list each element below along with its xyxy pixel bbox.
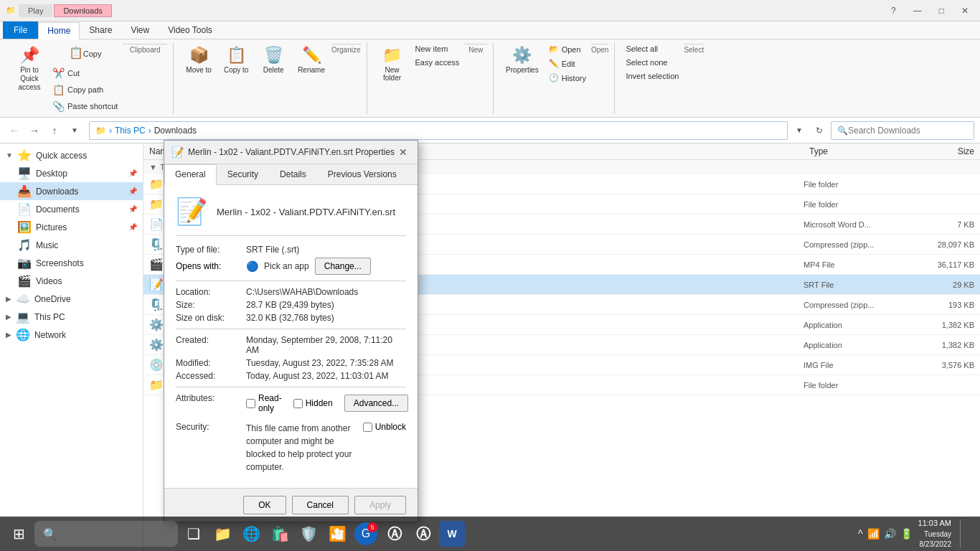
clock[interactable]: 11:03 AM Tuesday8/23/2022 <box>918 518 951 549</box>
tray-network[interactable]: 📶 <box>867 528 880 540</box>
refresh-button[interactable]: ↻ <box>811 122 828 139</box>
taskbar-word[interactable]: W <box>439 521 465 547</box>
sidebar-item-onedrive[interactable]: ▶ ☁️ OneDrive <box>0 290 143 308</box>
music-label: Music <box>36 240 58 250</box>
path-downloads[interactable]: Downloads <box>154 126 197 136</box>
sidebar-item-pictures[interactable]: 🖼️ Pictures 📌 <box>0 218 143 236</box>
sidebar-item-desktop[interactable]: 🖥️ Desktop 📌 <box>0 164 143 182</box>
taskbar-chrome-badge[interactable]: G 5 <box>353 521 379 547</box>
taskbar-mcafee[interactable]: 🛡️ <box>296 521 321 547</box>
cut-button[interactable]: ✂️ Cut <box>49 65 121 81</box>
new-folder-button[interactable]: 📁 New folder <box>374 42 410 85</box>
expand-button[interactable]: ▼ <box>791 122 808 139</box>
path-this-pc[interactable]: This PC <box>115 126 146 136</box>
move-to-button[interactable]: 📦 Move to <box>181 42 217 77</box>
readonly-checkbox[interactable] <box>246 399 255 408</box>
taskbar-right: ^ 📶 🔊 🔋 11:03 AM Tuesday8/23/2022 <box>858 518 974 549</box>
address-path[interactable]: 📁 › This PC › Downloads <box>89 121 788 140</box>
change-button[interactable]: Change... <box>315 258 371 275</box>
tab-downloads[interactable]: Downloads <box>54 4 111 17</box>
taskbar-chrome-a2[interactable]: Ⓐ <box>410 521 436 547</box>
dialog-tab-general[interactable]: General <box>164 164 217 185</box>
delete-button[interactable]: 🗑️ Delete <box>255 42 291 77</box>
up-button[interactable]: ↑ <box>46 122 63 139</box>
hidden-checkbox-label[interactable]: Hidden <box>293 398 333 408</box>
search-button[interactable]: 🔍 <box>34 521 178 547</box>
taskbar-vlc[interactable]: 🎦 <box>324 521 350 547</box>
sidebar-item-music[interactable]: 🎵 Music <box>0 236 143 254</box>
col-type-header[interactable]: Type <box>809 146 917 156</box>
start-button[interactable]: ⊞ <box>6 521 32 547</box>
taskbar-explorer[interactable]: 📁 <box>209 521 235 547</box>
tray-expand[interactable]: ^ <box>858 528 863 540</box>
open-button[interactable]: 📂 Open <box>545 42 590 56</box>
file-type-word: Microsoft Word D... <box>804 220 911 229</box>
today-expand[interactable]: ▼ <box>149 163 157 171</box>
recent-button[interactable]: ▼ <box>66 122 83 139</box>
dialog-tab-previous-versions[interactable]: Previous Versions <box>317 164 407 184</box>
sidebar-item-quick-access[interactable]: ▼ ⭐ Quick access <box>0 146 143 164</box>
documents-label: Documents <box>36 204 80 215</box>
dialog-tab-details[interactable]: Details <box>269 164 317 184</box>
paste-shortcut-button[interactable]: 📎 Paste shortcut <box>49 98 121 114</box>
edit-button[interactable]: ✏️ Edit <box>545 57 590 70</box>
invert-selection-button[interactable]: Invert selection <box>622 70 682 83</box>
taskbar-edge[interactable]: 🌐 <box>238 521 264 547</box>
rename-button[interactable]: ✏️ Rename <box>293 42 330 77</box>
minimize-button[interactable]: — <box>908 4 928 17</box>
select-all-label: Select all <box>626 44 658 53</box>
ok-button[interactable]: OK <box>243 496 286 514</box>
forward-button[interactable]: → <box>26 122 43 139</box>
sidebar-item-screenshots[interactable]: 📷 Screenshots <box>0 254 143 272</box>
ribbon-tab-video-tools[interactable]: Video Tools <box>159 22 222 39</box>
sidebar-item-network[interactable]: ▶ 🌐 Network <box>0 326 143 344</box>
ribbon-tab-home[interactable]: Home <box>38 22 80 39</box>
maximize-button[interactable]: □ <box>933 4 950 17</box>
file-size-mp4: 36,117 KB <box>917 260 974 269</box>
divider-3 <box>176 387 406 387</box>
sidebar-item-this-pc[interactable]: ▶ 💻 This PC <box>0 308 143 326</box>
pin-quick-access-button[interactable]: 📌 Pin to Quick access <box>11 42 47 95</box>
col-size-header[interactable]: Size <box>917 146 974 156</box>
tray-volume[interactable]: 🔊 <box>884 528 896 540</box>
select-all-button[interactable]: Select all <box>622 42 682 55</box>
sidebar-item-documents[interactable]: 📄 Documents 📌 <box>0 200 143 218</box>
back-button[interactable]: ← <box>6 122 23 139</box>
unblock-checkbox-label[interactable]: Unblock <box>363 422 406 432</box>
tab-play[interactable]: Play <box>19 4 52 17</box>
apply-button[interactable]: Apply <box>354 496 406 514</box>
dialog-close-button[interactable]: ✕ <box>396 145 410 159</box>
ribbon-tab-share[interactable]: Share <box>80 22 121 39</box>
easy-access-button[interactable]: Easy access <box>412 56 463 69</box>
advanced-button[interactable]: Advanced... <box>344 395 408 412</box>
ribbon-tab-file[interactable]: File <box>3 22 38 39</box>
new-item-button[interactable]: New item <box>412 42 463 55</box>
dialog-tab-security[interactable]: Security <box>217 164 269 184</box>
taskbar-store[interactable]: 🛍️ <box>267 521 293 547</box>
copy-to-button[interactable]: 📋 Copy to <box>218 42 254 77</box>
close-button[interactable]: ✕ <box>956 4 974 17</box>
show-desktop-button[interactable] <box>960 519 974 548</box>
hidden-label: Hidden <box>306 398 333 408</box>
sidebar-item-downloads[interactable]: 📥 Downloads 📌 <box>0 182 143 200</box>
tray-battery[interactable]: 🔋 <box>900 528 913 540</box>
select-none-button[interactable]: Select none <box>622 56 682 69</box>
readonly-checkbox-label[interactable]: Read-only <box>246 393 282 413</box>
cancel-button[interactable]: Cancel <box>292 496 349 514</box>
history-button[interactable]: 🕐 History <box>545 71 590 85</box>
properties-button[interactable]: ⚙️ Properties <box>501 42 544 77</box>
copy-button[interactable]: 📋 Copy <box>49 42 121 65</box>
help-button[interactable]: ? <box>885 4 902 17</box>
sidebar-item-videos[interactable]: 🎬 Videos <box>0 272 143 290</box>
dialog-body: 📝 Merlin - 1x02 - Valiant.PDTV.AFiNiTY.e… <box>164 185 418 488</box>
dialog-title: Merlin - 1x02 - Valiant.PDTV.AFiNiTY.en.… <box>188 147 396 157</box>
ribbon-tab-view[interactable]: View <box>121 22 159 39</box>
unblock-checkbox[interactable] <box>363 423 372 432</box>
hidden-checkbox[interactable] <box>293 399 303 408</box>
search-input[interactable] <box>848 126 963 136</box>
copy-path-button[interactable]: 📋 Copy path <box>49 82 121 98</box>
taskbar-chrome-a1[interactable]: Ⓐ <box>382 521 407 547</box>
task-view-button[interactable]: ❑ <box>181 521 207 547</box>
desktop-label: Desktop <box>36 169 67 179</box>
new-item-label: New item <box>415 44 448 53</box>
